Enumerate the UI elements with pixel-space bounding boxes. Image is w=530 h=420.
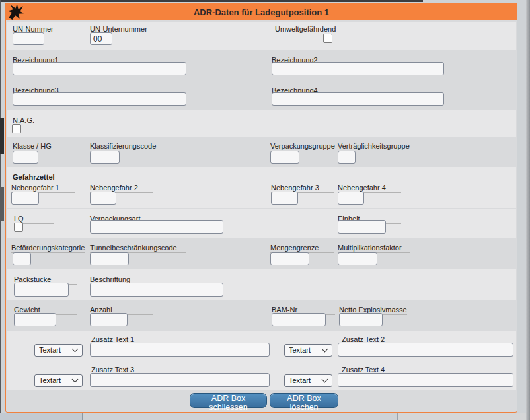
netto-explosivmasse-input[interactable] [339, 313, 383, 326]
row-stripe [7, 167, 516, 208]
gefahrzettel-heading: Gefahrzettel [13, 173, 76, 182]
packstuecke-input[interactable] [14, 283, 69, 297]
bezeichnung4-input[interactable] [272, 92, 444, 106]
textart3-selectwrap: Textart [34, 374, 83, 386]
umweltgefaehrdend-checkbox[interactable] [323, 34, 332, 43]
verpackungsart-input[interactable] [90, 220, 223, 234]
mengengrenze-input[interactable] [270, 252, 309, 265]
adr-dialog: ADR-Daten für Ladegutposition 1 UN-Numme… [5, 3, 517, 413]
screen: ADR-Daten für Ladegutposition 1 UN-Numme… [0, 0, 530, 420]
un-nummer-input[interactable] [13, 32, 44, 45]
umweltgefaehrdend-label: Umweltgefährdend [275, 25, 349, 34]
textart3-select[interactable]: Textart [34, 374, 83, 387]
row-stripe [7, 269, 516, 300]
textart1-select[interactable]: Textart [34, 344, 83, 357]
window-top-edge [0, 0, 423, 2]
textart1-selectwrap: Textart [34, 343, 83, 356]
page-divider [397, 413, 398, 420]
explosion-hazard-icon [7, 3, 24, 20]
multiplikationsfaktor-input[interactable] [338, 252, 377, 265]
nag-label: N.A.G. [13, 116, 76, 125]
bezeichnung2-input[interactable] [272, 62, 444, 75]
nebengefahr2-input[interactable] [90, 192, 116, 205]
bezeichnung3-input[interactable] [13, 92, 186, 106]
page-background [0, 413, 82, 420]
beschriftung-input[interactable] [90, 283, 223, 297]
zusatz-text-2-input[interactable] [338, 343, 513, 357]
background-fragment [0, 118, 4, 154]
tunnelbeschraenkungscode-input[interactable] [90, 252, 129, 265]
row-stripe [7, 110, 516, 137]
klasse-hg-label: Klasse / HG [13, 142, 76, 151]
page-background [398, 413, 526, 420]
bezeichnung1-input[interactable] [13, 62, 186, 75]
vertraeglichkeitsgruppe-input[interactable] [338, 151, 356, 164]
lq-checkbox[interactable] [14, 223, 23, 232]
vertraeglichkeitsgruppe-label: Verträglichkeitsgruppe [338, 142, 416, 151]
anzahl-input[interactable] [90, 313, 128, 326]
befoerderungskategorie-label: Beförderungskategorie [11, 244, 85, 253]
background-fragment [0, 187, 4, 221]
bam-nr-input[interactable] [272, 313, 326, 326]
textart2-selectwrap: Textart [284, 343, 332, 356]
verpackungsgruppe-input[interactable] [270, 151, 299, 164]
nag-checkbox[interactable] [12, 124, 21, 133]
einheit-input[interactable] [338, 220, 386, 234]
zusatz-text-4-input[interactable] [338, 373, 513, 387]
row-stripe [7, 22, 516, 50]
textart4-select[interactable]: Textart [284, 374, 332, 387]
verpackungsgruppe-label: Verpackungsgruppe [270, 142, 335, 151]
befoerderungskategorie-input[interactable] [13, 252, 31, 265]
klasse-hg-input[interactable] [13, 151, 38, 164]
textart2-select[interactable]: Textart [284, 344, 332, 357]
multiplikationsfaktor-label: Multiplikationsfaktor [338, 244, 410, 253]
textart4-selectwrap: Textart [284, 374, 332, 386]
window-right-edge [526, 0, 530, 420]
nebengefahr4-input[interactable] [338, 192, 364, 205]
un-unternummer-input[interactable] [90, 32, 112, 45]
mengengrenze-label: Mengengrenze [270, 244, 334, 253]
zusatz-text-3-input[interactable] [90, 373, 270, 387]
row-stripe [7, 209, 516, 238]
adr-box-loeschen-button[interactable]: ADR Box löschen [270, 393, 338, 408]
klassifizierungscode-input[interactable] [90, 151, 120, 164]
zusatz-text-1-input[interactable] [90, 343, 270, 357]
page-divider [82, 413, 83, 420]
klassifizierungscode-label: Klassifizierungscode [90, 142, 169, 151]
nebengefahr3-input[interactable] [271, 192, 298, 205]
nebengefahr1-input[interactable] [11, 192, 39, 205]
tunnelbeschraenkungscode-label: Tunnelbeschränkungscode [90, 244, 186, 253]
dialog-title: ADR-Daten für Ladegutposition 1 [6, 7, 517, 17]
adr-box-schliessen-button[interactable]: ADR Box schliessen [190, 393, 267, 408]
dialog-titlebar: ADR-Daten für Ladegutposition 1 [6, 3, 517, 20]
gewicht-input[interactable] [14, 313, 56, 326]
